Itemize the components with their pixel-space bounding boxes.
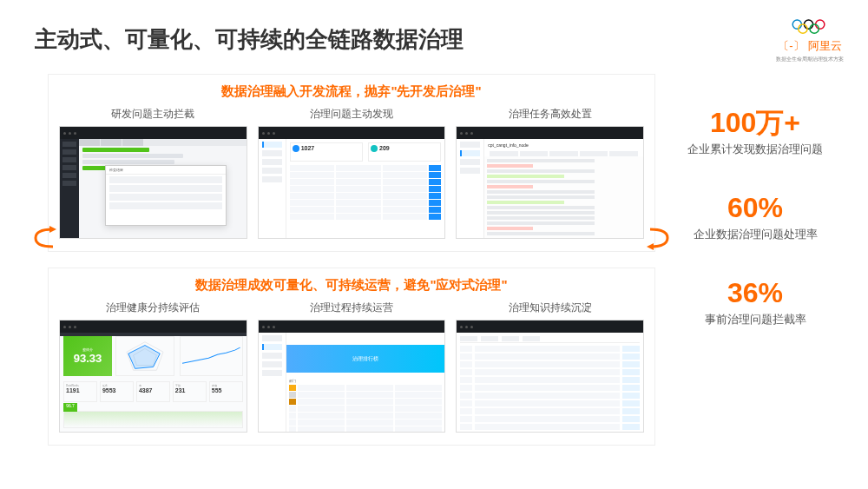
thumb-label: 治理过程持续运营	[310, 301, 393, 315]
stat-label: 企业数据治理问题处理率	[681, 227, 829, 242]
screenshot-health: 整体分 93.33 DataWorks1191 任务9553 表4387	[59, 320, 247, 433]
stat-label: 企业累计发现数据治理问题	[681, 142, 829, 157]
stats-column: 100万+ 企业累计发现数据治理问题 60% 企业数据治理问题处理率 36% 事…	[681, 74, 829, 446]
stat-number: 36%	[681, 279, 829, 307]
kpi-value: 209	[371, 145, 438, 151]
page-title: 主动式、可量化、可持续的全链路数据治理	[35, 24, 464, 55]
screenshot-dashboard: 1027 209	[258, 126, 446, 239]
cycle-arrow-right-icon	[647, 226, 671, 250]
stat-intercept: 36% 事前治理问题拦截率	[681, 279, 829, 327]
thumb-label: 治理健康分持续评估	[106, 301, 200, 315]
thumb-label: 治理问题主动发现	[310, 107, 393, 122]
section-develop: 数据治理融入开发流程，抛弃"先开发后治理" 研发问题主动拦截	[48, 74, 655, 252]
score-card: 整体分 93.33	[63, 336, 112, 376]
cycle-arrow-left-icon	[32, 226, 56, 250]
thumb-col-intercept: 研发问题主动拦截 检查结果	[59, 107, 247, 239]
thumb-col-health: 治理健康分持续评估 整体分 93.33	[59, 301, 247, 433]
thumb-label: 研发问题主动拦截	[111, 107, 194, 122]
rank-banner: 治理排行榜	[286, 345, 445, 373]
metric-value: 231	[175, 387, 204, 393]
logo-area: 〔-〕 阿里云 数据全生命周期治理技术方案	[776, 17, 844, 63]
thumb-col-discover: 治理问题主动发现 1027 209	[258, 107, 446, 239]
olympic-rings-icon	[791, 17, 829, 36]
svg-point-3	[799, 24, 807, 33]
stat-number: 100万+	[681, 109, 829, 136]
svg-marker-7	[128, 346, 160, 369]
section1-title: 数据治理融入开发流程，抛弃"先开发后治理"	[59, 83, 644, 100]
screenshot-ide: 检查结果	[59, 126, 247, 239]
alicloud-logo: 〔-〕 阿里云	[778, 38, 841, 54]
node-name: cpt_cangt_info_node	[488, 142, 640, 148]
svg-point-0	[792, 20, 801, 29]
thumb-label: 治理知识持续沉淀	[509, 301, 592, 315]
radar-chart	[115, 336, 174, 376]
metric-value: 1191	[66, 387, 95, 393]
area-chart: 96.7	[63, 411, 243, 428]
svg-point-2	[816, 20, 825, 29]
svg-point-1	[804, 20, 812, 29]
screenshot-task: cpt_cangt_info_node	[456, 126, 644, 239]
health-score: 93.33	[74, 352, 102, 365]
thumb-col-ranking: 治理过程持续运营 治理排行榜 部门	[258, 301, 446, 433]
svg-point-4	[810, 24, 819, 33]
stat-number: 60%	[681, 194, 829, 221]
stat-label: 事前治理问题拦截率	[681, 312, 829, 327]
thumb-label: 治理任务高效处置	[509, 107, 592, 122]
brand-text: 阿里云	[808, 38, 842, 54]
screenshot-ranking: 治理排行榜 部门	[258, 320, 446, 433]
brand-sub: 数据全生命周期治理技术方案	[776, 56, 844, 63]
stat-issues: 100万+ 企业累计发现数据治理问题	[681, 109, 829, 157]
section-operate: 数据治理成效可量化、可持续运营，避免"应对式治理" 治理健康分持续评估 整体分 …	[48, 268, 655, 446]
section2-title: 数据治理成效可量化、可持续运营，避免"应对式治理"	[59, 277, 644, 294]
trend-chart	[180, 336, 243, 376]
kpi-value: 1027	[293, 145, 360, 151]
stat-rate: 60% 企业数据治理问题处理率	[681, 194, 829, 242]
bracket-icon: 〔-〕	[778, 38, 804, 54]
thumb-col-handle: 治理任务高效处置 cpt_cangt_info_node	[456, 107, 644, 239]
metric-value: 4387	[139, 387, 168, 393]
metric-value: 9553	[102, 387, 131, 393]
metric-value: 555	[212, 387, 240, 393]
thumb-col-knowledge: 治理知识持续沉淀	[456, 301, 644, 433]
screenshot-knowledge	[456, 320, 644, 433]
check-modal: 检查结果	[105, 165, 227, 226]
